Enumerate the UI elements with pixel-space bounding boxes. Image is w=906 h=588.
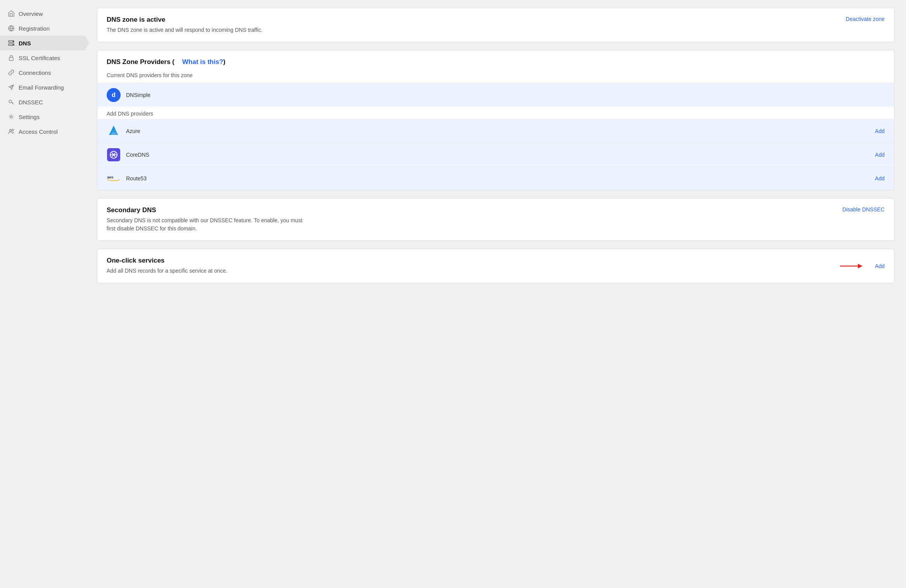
home-icon	[8, 10, 15, 17]
one-click-info: One-click services Add all DNS records f…	[107, 257, 227, 275]
add-dns-label: Add DNS providers	[97, 107, 894, 119]
arrow-right-icon	[839, 262, 863, 270]
globe-icon	[8, 25, 15, 32]
sidebar-item-email-forwarding[interactable]: Email Forwarding	[0, 80, 85, 95]
azure-logo	[107, 124, 121, 138]
sidebar-label-settings: Settings	[19, 114, 40, 120]
key-icon	[8, 99, 15, 105]
providers-title-text: DNS Zone Providers (	[107, 58, 175, 66]
providers-subtitle: Current DNS providers for this zone	[97, 72, 894, 83]
sidebar-item-dns[interactable]: DNS	[0, 36, 85, 50]
sidebar-item-ssl[interactable]: SSL Certificates	[0, 50, 85, 65]
main-content: DNS zone is active The DNS zone is activ…	[85, 0, 906, 588]
providers-title: DNS Zone Providers (What is this?)	[107, 58, 885, 66]
aws-logo: aws	[107, 171, 121, 185]
dns-zone-description: The DNS zone is active and will respond …	[107, 26, 263, 34]
providers-title-end: )	[223, 58, 226, 66]
dns-zone-title: DNS zone is active	[107, 16, 263, 24]
add-route53-link[interactable]: Add	[875, 175, 885, 182]
sidebar-item-registration[interactable]: Registration	[0, 21, 85, 36]
svg-text:aws: aws	[107, 175, 113, 179]
secondary-dns-description: Secondary DNS is not compatible with our…	[107, 216, 308, 233]
sidebar-item-access-control[interactable]: Access Control	[0, 124, 85, 139]
sidebar-label-dns: DNS	[19, 40, 31, 47]
gear-icon	[8, 113, 15, 120]
secondary-dns-card: Secondary DNS Secondary DNS is not compa…	[97, 198, 894, 241]
sidebar: Overview Registration DNS	[0, 0, 85, 588]
providers-header: DNS Zone Providers (What is this?)	[97, 50, 894, 72]
secondary-dns-title: Secondary DNS	[107, 206, 308, 214]
svg-point-4	[13, 44, 14, 45]
sidebar-item-connections[interactable]: Connections	[0, 65, 85, 80]
add-azure-link[interactable]: Add	[875, 128, 885, 134]
provider-row-route53: aws Route53 Add	[97, 166, 894, 190]
what-is-this-link[interactable]: What is this?	[182, 58, 223, 66]
provider-row-dnsimple: d DNSimple	[97, 83, 894, 107]
sidebar-label-email-forwarding: Email Forwarding	[19, 84, 64, 91]
sidebar-item-overview[interactable]: Overview	[0, 6, 85, 21]
dns-zone-providers-card: DNS Zone Providers (What is this?) Curre…	[97, 50, 894, 190]
svg-point-3	[13, 41, 14, 42]
coredns-logo	[107, 148, 121, 162]
azure-name: Azure	[126, 128, 862, 134]
disable-dnssec-link[interactable]: Disable DNSSEC	[842, 206, 885, 213]
one-click-description: Add all DNS records for a specific servi…	[107, 267, 227, 275]
sidebar-label-ssl: SSL Certificates	[19, 55, 60, 61]
one-click-services-card: One-click services Add all DNS records f…	[97, 249, 894, 283]
one-click-action-area: Add	[839, 262, 885, 270]
one-click-title: One-click services	[107, 257, 227, 265]
sidebar-label-connections: Connections	[19, 69, 51, 76]
svg-point-7	[10, 116, 12, 118]
sidebar-label-dnssec: DNSSEC	[19, 99, 43, 105]
dns-zone-status-card: DNS zone is active The DNS zone is activ…	[97, 8, 894, 42]
svg-marker-15	[858, 264, 863, 268]
sidebar-label-access-control: Access Control	[19, 128, 58, 135]
sidebar-item-settings[interactable]: Settings	[0, 109, 85, 124]
deactivate-zone-link[interactable]: Deactivate zone	[846, 16, 885, 22]
coredns-name: CoreDNS	[126, 152, 862, 158]
svg-point-8	[10, 130, 12, 131]
link-icon	[8, 69, 15, 76]
dnsimple-logo: d	[107, 88, 121, 102]
send-icon	[8, 84, 15, 91]
sidebar-label-registration: Registration	[19, 25, 50, 32]
sidebar-label-overview: Overview	[19, 10, 43, 17]
svg-rect-5	[9, 57, 13, 61]
sidebar-item-dnssec[interactable]: DNSSEC	[0, 95, 85, 109]
provider-row-azure: Azure Add	[97, 119, 894, 143]
server-icon	[8, 40, 15, 47]
add-coredns-link[interactable]: Add	[875, 152, 885, 158]
route53-name: Route53	[126, 175, 862, 182]
dns-zone-info: DNS zone is active The DNS zone is activ…	[107, 16, 263, 34]
svg-point-9	[12, 129, 14, 131]
provider-row-coredns: CoreDNS Add	[97, 143, 894, 166]
lock-icon	[8, 54, 15, 61]
dnsimple-name: DNSimple	[126, 92, 885, 98]
svg-point-6	[9, 100, 12, 103]
add-one-click-link[interactable]: Add	[875, 263, 885, 269]
secondary-dns-info: Secondary DNS Secondary DNS is not compa…	[107, 206, 308, 233]
users-icon	[8, 128, 15, 135]
